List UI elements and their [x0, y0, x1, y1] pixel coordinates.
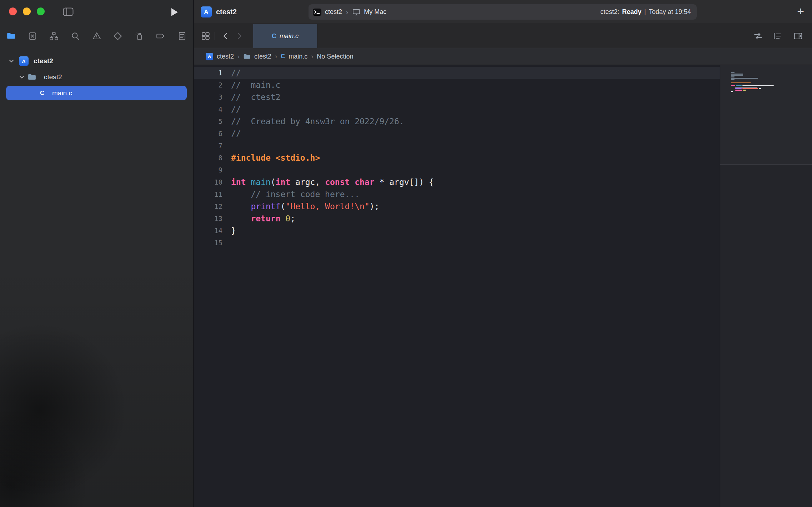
minimap-row	[731, 91, 809, 92]
source-editor[interactable]: 123456789101112131415 //// main.c// ctes…	[194, 65, 812, 507]
line-number[interactable]: 5	[194, 115, 222, 127]
chevron-right-icon: ›	[346, 8, 348, 16]
jumpbar-item-file[interactable]: main.c	[289, 53, 307, 60]
jumpbar-item-group[interactable]: ctest2	[254, 53, 271, 60]
code-line[interactable]: // main.c	[231, 79, 434, 91]
scheme-selector[interactable]: ctest2	[325, 8, 342, 16]
disclosure-chevron-icon[interactable]	[19, 74, 25, 80]
code-line[interactable]	[231, 164, 434, 176]
c-file-icon: C	[281, 53, 285, 60]
navigator-tab-issues[interactable]	[91, 30, 103, 42]
minimap-lines	[731, 72, 809, 92]
line-number[interactable]: 4	[194, 103, 222, 115]
diamond-icon	[113, 31, 122, 41]
code-lines[interactable]: //// main.c// ctest2//// Created by 4nsw…	[231, 67, 434, 249]
toolbar: A ctest2 ctest2 ›	[194, 0, 812, 24]
project-tree: A ctest2 ctest2 C main.c	[0, 53, 193, 101]
main-area: A ctest2 ctest2 ›	[194, 0, 812, 507]
navigator-tab-find[interactable]	[69, 30, 81, 42]
code-line[interactable]	[231, 237, 434, 249]
chevron-right-icon: ›	[311, 53, 313, 60]
toggle-sidebar-button[interactable]	[63, 7, 74, 16]
tree-item-label: ctest2	[34, 57, 53, 65]
code-line[interactable]: //	[231, 127, 434, 140]
navigate-back-button[interactable]	[221, 31, 230, 41]
status-state: Ready	[622, 8, 641, 16]
tree-item-project[interactable]: A ctest2	[0, 53, 193, 69]
line-number[interactable]: 15	[194, 237, 222, 249]
code-line[interactable]: return 0;	[231, 212, 434, 225]
status-time: Today at 19:54	[649, 8, 691, 16]
line-number[interactable]: 8	[194, 152, 222, 164]
navigator-tab-symbols[interactable]	[48, 30, 60, 42]
line-number[interactable]: 2	[194, 79, 222, 91]
gutter: 123456789101112131415	[194, 67, 222, 249]
xcode-project-icon: A	[201, 6, 212, 17]
navigate-forward-button[interactable]	[235, 31, 244, 41]
code-line[interactable]: #include <stdio.h>	[231, 152, 434, 164]
add-editor-button[interactable]	[793, 31, 803, 41]
report-document-icon	[177, 31, 187, 41]
scheme-status-pill: ctest2 › My Mac ctest2: Ready | Today at…	[309, 4, 697, 20]
grid-icon	[201, 31, 210, 41]
library-plus-button[interactable]: +	[797, 0, 804, 22]
line-number[interactable]: 1	[194, 67, 222, 79]
navigator-tab-bar	[5, 29, 188, 44]
jumpbar-item-project[interactable]: ctest2	[217, 53, 234, 60]
navigator-tab-source-control[interactable]	[26, 30, 39, 42]
chevron-right-icon: ›	[275, 53, 277, 60]
editor-grid-button[interactable]	[201, 31, 210, 41]
chevron-right-icon: ›	[237, 53, 240, 60]
tab-main-c[interactable]: C main.c	[253, 24, 317, 48]
code-line[interactable]: //	[231, 103, 434, 115]
tab-label: main.c	[280, 32, 299, 40]
arrows-swap-icon	[753, 31, 763, 41]
line-number[interactable]: 14	[194, 225, 222, 237]
code-line[interactable]: printf("Hello, World!\n");	[231, 200, 434, 212]
line-number[interactable]: 3	[194, 91, 222, 103]
xcode-window: A ctest2 ctest2 C main.c	[0, 0, 812, 507]
line-number[interactable]: 13	[194, 212, 222, 225]
line-number[interactable]: 7	[194, 140, 222, 152]
minimap[interactable]	[720, 65, 812, 507]
close-window-button[interactable]	[9, 7, 17, 15]
code-line[interactable]: int main(int argc, const char * argv[]) …	[231, 176, 434, 188]
jump-bar: A ctest2 › ctest2 › C main.c › No Select…	[194, 48, 812, 65]
code-line[interactable]: // Created by 4nsw3r on 2022/9/26.	[231, 115, 434, 127]
code-line[interactable]: // insert code here...	[231, 188, 434, 200]
navigator-tab-breakpoints[interactable]	[155, 30, 167, 42]
breakpoint-tag-icon	[156, 31, 165, 41]
line-number[interactable]: 10	[194, 176, 222, 188]
run-button[interactable]	[171, 8, 178, 16]
destination-selector[interactable]: My Mac	[364, 8, 386, 16]
disclosure-chevron-icon[interactable]	[9, 58, 14, 64]
search-icon	[71, 31, 80, 41]
editor-options-button[interactable]	[773, 31, 782, 41]
code-review-button[interactable]	[753, 31, 763, 41]
window-title: ctest2	[216, 0, 237, 24]
code-line[interactable]	[231, 140, 434, 152]
minimize-window-button[interactable]	[23, 7, 31, 15]
line-number[interactable]: 6	[194, 127, 222, 140]
code-line[interactable]: // ctest2	[231, 91, 434, 103]
status-project: ctest2:	[600, 8, 619, 16]
line-number[interactable]: 12	[194, 200, 222, 212]
chevron-left-icon	[221, 31, 230, 41]
navigator-tab-reports[interactable]	[176, 30, 188, 42]
tree-item-group[interactable]: ctest2	[0, 69, 193, 85]
code-line[interactable]: }	[231, 225, 434, 237]
zoom-window-button[interactable]	[37, 7, 45, 15]
jumpbar-item-selection[interactable]: No Selection	[317, 53, 353, 60]
activity-status[interactable]: ctest2: Ready | Today at 19:54	[600, 8, 691, 16]
navigator-tab-project[interactable]	[5, 30, 17, 42]
navigator-tab-tests[interactable]	[112, 30, 124, 42]
line-number[interactable]: 9	[194, 164, 222, 176]
terminal-scheme-icon	[313, 9, 321, 16]
line-number[interactable]: 11	[194, 188, 222, 200]
split-editor-icon	[793, 31, 803, 41]
tree-item-file-selected[interactable]: C main.c	[0, 85, 193, 101]
tree-item-label: ctest2	[44, 73, 62, 81]
code-line[interactable]: //	[231, 67, 434, 79]
destination-device-icon	[352, 8, 361, 16]
navigator-tab-debug[interactable]	[133, 30, 145, 42]
